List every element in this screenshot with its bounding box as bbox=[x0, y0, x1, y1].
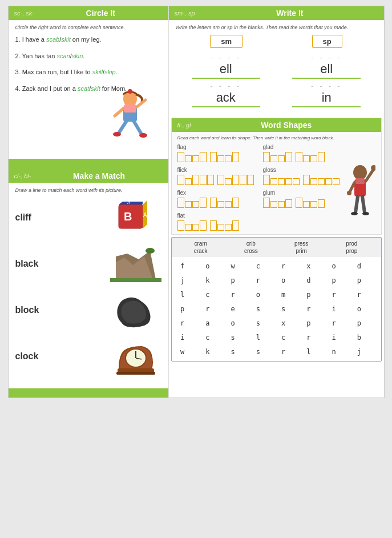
sentence-1-after: on my leg. bbox=[71, 36, 102, 43]
worksheet-page: sc-, sk- Circle It Circle the right word… bbox=[8, 6, 385, 398]
block bbox=[177, 198, 184, 208]
ws-cell: i bbox=[328, 331, 340, 344]
shape-label-glum: glum bbox=[263, 190, 340, 196]
svg-point-33 bbox=[362, 212, 369, 215]
block bbox=[285, 178, 292, 185]
ws-cell: k bbox=[201, 274, 214, 287]
ws-cell: n bbox=[328, 346, 340, 358]
word-shapes-prefix: fl-, gl- bbox=[177, 122, 193, 129]
ws-cell: l bbox=[252, 331, 264, 344]
right-column: sm-, sp- Write It Write the letters sm o… bbox=[169, 6, 384, 398]
svg-point-35 bbox=[347, 191, 351, 195]
block bbox=[247, 175, 254, 185]
ws-cell: d bbox=[353, 260, 365, 272]
block bbox=[278, 155, 285, 162]
match-image-rock bbox=[110, 291, 161, 328]
svg-point-7 bbox=[113, 132, 121, 136]
block bbox=[217, 224, 224, 231]
sentence-4-word1: scat bbox=[78, 85, 89, 92]
match-image-abc: B A A bbox=[110, 199, 161, 236]
ws-cell: s bbox=[252, 346, 264, 358]
block bbox=[225, 201, 232, 208]
bank-word-crack: crack bbox=[176, 248, 225, 254]
ws-cell: p bbox=[227, 274, 239, 287]
girl-illustration-area bbox=[15, 89, 161, 151]
block bbox=[185, 224, 192, 231]
word-shapes-content: Read each word and learn its shape. Then… bbox=[172, 132, 381, 234]
sentence-1: 1. I have a scab/skit on my leg. bbox=[15, 35, 161, 45]
ws-cell: r bbox=[302, 331, 315, 344]
svg-line-28 bbox=[366, 169, 374, 181]
block bbox=[185, 201, 192, 208]
word-search-section: cram crib press prod crack cross prim pr… bbox=[171, 237, 382, 362]
make-match-section: Draw a line to match each word with its … bbox=[9, 183, 168, 388]
block bbox=[296, 198, 302, 208]
bank-word-press: press bbox=[277, 240, 326, 247]
sp-box: sp bbox=[312, 35, 342, 48]
sentence-3-word2: skip bbox=[104, 69, 116, 75]
word-shapes-header: fl-, gl- Word Shapes bbox=[172, 118, 381, 132]
shape-blocks-glad bbox=[263, 152, 340, 162]
block bbox=[207, 175, 214, 185]
ws-cell: e bbox=[227, 303, 239, 315]
sentence-2-word1: scan bbox=[56, 53, 70, 59]
block bbox=[318, 199, 325, 208]
green-divider bbox=[9, 159, 168, 169]
svg-text:A: A bbox=[143, 212, 147, 218]
ws-cell: w bbox=[176, 346, 189, 358]
sm-box: sm bbox=[210, 35, 243, 48]
ws-cell: i bbox=[176, 331, 189, 344]
ws-cell: o bbox=[227, 317, 239, 330]
ws-cell: o bbox=[277, 274, 290, 287]
write-it-title: Write It bbox=[201, 9, 378, 18]
circle-it-prefix: sc-, sk- bbox=[14, 10, 34, 17]
word-search-grid: fowcrxodjkprodpplcromprrpressrioraosxprp… bbox=[172, 257, 381, 361]
sentence-2: 2. Yan has tan scan/skin. bbox=[15, 51, 161, 61]
shapes-grid: flag bbox=[177, 144, 340, 231]
block bbox=[278, 201, 285, 208]
sentence-1-word2: skit bbox=[61, 36, 71, 43]
ws-cell: p bbox=[176, 303, 189, 315]
block bbox=[270, 178, 277, 185]
ws-cell: s bbox=[227, 346, 239, 358]
ws-cell: p bbox=[302, 288, 315, 301]
block bbox=[200, 175, 207, 185]
block bbox=[225, 224, 232, 231]
ws-cell: i bbox=[328, 303, 340, 315]
bank-word-cross: cross bbox=[227, 248, 276, 254]
svg-line-29 bbox=[350, 183, 354, 192]
shape-glum: glum bbox=[263, 190, 340, 208]
block bbox=[192, 155, 199, 162]
shape-label-gloss: gloss bbox=[263, 167, 340, 173]
write-it-header: sm-, sp- Write It bbox=[169, 6, 384, 20]
block bbox=[303, 155, 310, 162]
svg-point-9 bbox=[128, 89, 132, 94]
ws-cell: l bbox=[176, 288, 189, 301]
girl-figure bbox=[104, 89, 156, 151]
block bbox=[192, 224, 199, 231]
block bbox=[232, 220, 239, 231]
clock-icon bbox=[113, 338, 159, 375]
sentence-3: 3. Max can run, but I like to skill/skip… bbox=[15, 67, 161, 77]
ws-cell: o bbox=[201, 260, 214, 272]
suffix-in: in bbox=[322, 90, 332, 105]
shape-label-flag: flag bbox=[177, 144, 254, 150]
svg-line-31 bbox=[362, 196, 365, 212]
ws-cell: x bbox=[302, 260, 315, 272]
sentence-3-word1: skill bbox=[92, 69, 103, 75]
shape-blocks-flag bbox=[177, 152, 254, 162]
bank-word-prim: prim bbox=[277, 248, 326, 254]
ws-cell: k bbox=[201, 346, 214, 358]
svg-line-5 bbox=[119, 122, 126, 133]
ws-cell: j bbox=[176, 274, 189, 287]
block bbox=[310, 201, 317, 208]
block bbox=[210, 220, 217, 231]
block bbox=[285, 199, 292, 208]
match-word-block: block bbox=[15, 305, 61, 315]
block bbox=[296, 152, 302, 162]
match-word-black: black bbox=[15, 259, 61, 269]
match-row-block: block bbox=[15, 291, 161, 328]
bank-word-crib: crib bbox=[227, 240, 276, 247]
ws-cell: o bbox=[252, 288, 264, 301]
ws-cell: p bbox=[302, 317, 315, 330]
